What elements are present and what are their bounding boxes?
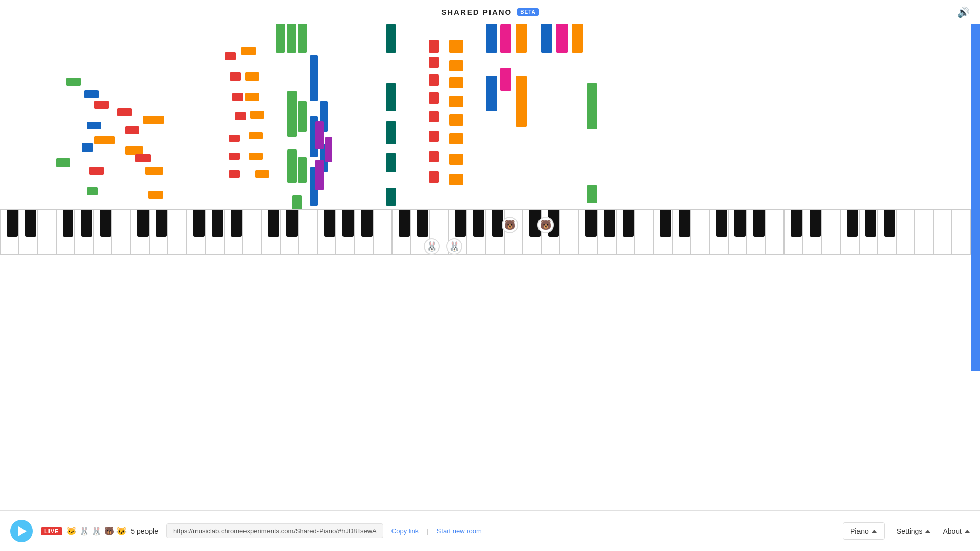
- note-bar: [449, 133, 463, 144]
- note-bar: [449, 174, 463, 185]
- black-key[interactable]: [63, 210, 74, 237]
- black-key[interactable]: [847, 210, 858, 237]
- note-bar: [500, 68, 511, 91]
- note-bar: [429, 40, 439, 53]
- black-key[interactable]: [660, 210, 671, 237]
- note-bar: [556, 24, 568, 53]
- sound-icon[interactable]: 🔊: [957, 6, 970, 18]
- url-box[interactable]: https://musiclab.chromeexperiments.com/S…: [166, 523, 383, 538]
- bottom-bar: LIVE 🐱 🐰 🐰 🐻 😺 5 people https://musiclab…: [0, 510, 980, 551]
- black-key[interactable]: [585, 210, 597, 237]
- note-bar: [229, 153, 240, 160]
- black-key[interactable]: [137, 210, 149, 237]
- note-bar: [386, 24, 396, 53]
- note-bar: [572, 24, 583, 53]
- black-key[interactable]: [455, 210, 466, 237]
- note-bar: [66, 78, 81, 86]
- note-bar: [429, 171, 439, 183]
- note-bar: [386, 121, 396, 144]
- note-bar: [310, 55, 318, 101]
- note-bar: [386, 153, 396, 172]
- black-key[interactable]: [473, 210, 484, 237]
- black-key[interactable]: [212, 210, 223, 237]
- black-key[interactable]: [156, 210, 167, 237]
- black-key[interactable]: [81, 210, 92, 237]
- white-key[interactable]: [915, 210, 934, 255]
- piano-container[interactable]: 🐱 🐰 🐰 🐰 🐻 🐻 🐻: [0, 209, 971, 255]
- black-key[interactable]: [7, 210, 18, 237]
- black-key[interactable]: [100, 210, 111, 237]
- note-bar: [310, 116, 318, 157]
- note-bar: [229, 170, 240, 178]
- black-key[interactable]: [342, 210, 354, 237]
- note-bar: [245, 72, 259, 81]
- player-bear-2: 🐻: [537, 217, 554, 233]
- note-bar: [87, 122, 101, 129]
- note-bar: [449, 114, 463, 126]
- black-key[interactable]: [25, 210, 36, 237]
- note-bar: [541, 24, 552, 53]
- note-bar: [587, 185, 597, 203]
- white-key[interactable]: [374, 210, 393, 255]
- black-key[interactable]: [417, 210, 428, 237]
- white-key[interactable]: [766, 210, 785, 255]
- white-key[interactable]: [299, 210, 317, 255]
- white-key[interactable]: [635, 210, 654, 255]
- about-button[interactable]: About: [943, 527, 970, 535]
- viz-area: [0, 24, 971, 234]
- black-key[interactable]: [604, 210, 615, 237]
- black-key[interactable]: [679, 210, 690, 237]
- note-bar: [449, 96, 463, 107]
- white-key[interactable]: [896, 210, 915, 255]
- note-bar: [125, 146, 143, 155]
- note-bar: [292, 195, 302, 211]
- black-key[interactable]: [268, 210, 279, 237]
- player-rabbit-2: 🐰: [424, 238, 440, 255]
- instrument-dropdown[interactable]: Piano: [843, 522, 885, 540]
- black-key[interactable]: [193, 210, 205, 237]
- note-bar: [148, 191, 163, 199]
- about-chevron: [965, 530, 970, 533]
- black-key[interactable]: [623, 210, 634, 237]
- about-label: About: [943, 527, 962, 535]
- note-bar: [87, 187, 98, 195]
- note-bar: [449, 77, 463, 88]
- black-key[interactable]: [324, 210, 335, 237]
- white-key[interactable]: [691, 210, 709, 255]
- black-key[interactable]: [791, 210, 802, 237]
- black-key[interactable]: [734, 210, 746, 237]
- note-bar: [429, 111, 439, 122]
- black-key[interactable]: [286, 210, 298, 237]
- note-bar: [298, 24, 307, 53]
- copy-link-button[interactable]: Copy link: [391, 527, 419, 535]
- black-key[interactable]: [399, 210, 410, 237]
- white-key[interactable]: [243, 210, 262, 255]
- title-group: SHARED PIANO BETA: [441, 8, 539, 16]
- black-key[interactable]: [884, 210, 895, 237]
- people-count: 5 people: [131, 527, 158, 535]
- white-key[interactable]: [934, 210, 952, 255]
- white-key[interactable]: [952, 210, 971, 255]
- instrument-label: Piano: [850, 527, 869, 535]
- black-key[interactable]: [810, 210, 821, 237]
- white-key[interactable]: [821, 210, 840, 255]
- note-bar: [94, 101, 109, 109]
- black-key[interactable]: [716, 210, 727, 237]
- start-new-room-button[interactable]: Start new room: [437, 527, 482, 535]
- white-key[interactable]: [168, 210, 187, 255]
- black-key[interactable]: [231, 210, 242, 237]
- white-key[interactable]: [560, 210, 579, 255]
- settings-button[interactable]: Settings: [897, 527, 931, 535]
- note-bar: [276, 24, 285, 53]
- note-bar: [516, 76, 527, 127]
- note-bar: [325, 137, 332, 162]
- black-key[interactable]: [753, 210, 765, 237]
- white-key[interactable]: [112, 210, 131, 255]
- note-bar: [84, 90, 99, 98]
- player-bear-1: 🐻: [502, 217, 518, 233]
- white-key[interactable]: [37, 210, 56, 255]
- black-key[interactable]: [865, 210, 876, 237]
- black-key[interactable]: [361, 210, 373, 237]
- play-button[interactable]: [10, 520, 33, 542]
- header: SHARED PIANO BETA 🔊: [0, 0, 980, 24]
